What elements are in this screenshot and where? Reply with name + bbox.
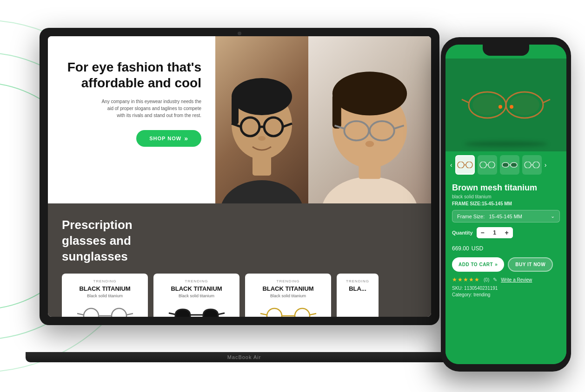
phone-price: 669.00 USD: [452, 243, 560, 253]
svg-line-26: [126, 314, 133, 315]
shop-now-button[interactable]: SHOP NOW »: [136, 130, 201, 147]
svg-point-36: [472, 95, 502, 115]
phone-frame-size-select[interactable]: Frame Size: 15-45-145 MM ⌄: [452, 210, 560, 222]
phone-sku: SKU: 1130540231191: [452, 286, 560, 291]
thumb-next-arrow[interactable]: ›: [545, 161, 547, 169]
product-image-3: [251, 303, 326, 317]
phone-thumbnails: ‹: [445, 151, 566, 178]
product-image-1: [67, 303, 142, 317]
svg-rect-15: [332, 93, 341, 128]
hero-image-man: [215, 36, 308, 203]
man-illustration: [215, 36, 308, 203]
svg-point-0: [220, 180, 304, 203]
phone-action-row: ADD TO CART » BUY IT NOW: [452, 257, 560, 272]
svg-line-33: [260, 314, 267, 315]
phone-product-image-area: [445, 59, 566, 151]
svg-point-21: [366, 141, 374, 147]
svg-point-51: [525, 162, 531, 168]
phone-quantity-row: Quantity − 1 +: [452, 227, 560, 238]
product-name-4: BLA...: [342, 285, 373, 292]
hero-image-woman: [308, 36, 431, 203]
svg-line-41: [543, 99, 550, 103]
phone-frame-size-label: FRAME SIZE:15-45-145 MM: [452, 201, 560, 206]
phone-product-subtitle: black solid titanium: [452, 194, 560, 199]
svg-point-31: [295, 308, 310, 317]
svg-point-3: [232, 78, 292, 115]
hero-subtitle: Any company in this eyewear industry nee…: [99, 98, 201, 119]
laptop-base: MacBook Air: [26, 352, 463, 362]
svg-point-22: [84, 308, 99, 317]
laptop-body: For eye fashion that's affordable and co…: [40, 28, 439, 325]
quantity-label: Quantity: [452, 230, 473, 235]
laptop-camera: [238, 32, 241, 35]
rating-count: (0): [484, 277, 489, 282]
phone-rating-row: ★★★★★ (0) ✎ Write a Review: [452, 276, 560, 283]
hero-section: For eye fashion that's affordable and co…: [48, 36, 431, 203]
section2: Prescription glasses and sunglasses TREN…: [48, 203, 431, 317]
thumbnail-3[interactable]: [500, 155, 519, 175]
svg-point-23: [112, 308, 126, 317]
pencil-icon: ✎: [493, 277, 497, 283]
phone-details: Brown mesh titanium black solid titanium…: [445, 178, 566, 364]
svg-line-34: [310, 314, 316, 315]
product-card-1[interactable]: TRENDING BLACK TITANIUM Black solid tita…: [62, 274, 148, 317]
thumbnail-1[interactable]: [455, 155, 475, 175]
products-row: TRENDING BLACK TITANIUM Black solid tita…: [62, 274, 417, 317]
phone-notch: [483, 45, 529, 56]
svg-point-42: [499, 105, 502, 109]
svg-point-48: [488, 162, 495, 168]
thumbnail-4[interactable]: [522, 155, 542, 175]
hero-title: For eye fashion that's affordable and co…: [62, 59, 201, 91]
double-arrow-icon: »: [495, 262, 498, 267]
rating-stars: ★★★★★: [452, 276, 480, 283]
product-card-2[interactable]: TRENDING BLACK TITANIUM Black solid tita…: [153, 274, 239, 317]
hero-text: For eye fashion that's affordable and co…: [48, 36, 215, 203]
svg-point-38: [510, 95, 539, 115]
product-image-2: [159, 303, 234, 317]
svg-rect-4: [232, 97, 239, 124]
section2-title: Prescription glasses and sunglasses: [62, 217, 178, 264]
svg-line-40: [462, 99, 469, 103]
phone-glasses-shadow: [464, 141, 548, 147]
phone-content: ‹: [445, 45, 566, 364]
svg-point-11: [321, 177, 418, 203]
svg-line-29: [218, 313, 225, 314]
quantity-value: 1: [489, 227, 501, 238]
svg-point-30: [267, 308, 282, 317]
frame-size-select-label: Frame Size: 15-45-145 MM: [457, 214, 522, 219]
woman-illustration: [308, 36, 431, 203]
laptop-screen: For eye fashion that's affordable and co…: [48, 36, 431, 317]
phone-category: Category: trending: [452, 292, 560, 297]
phone: ‹: [441, 37, 571, 372]
quantity-increase-button[interactable]: +: [501, 227, 513, 238]
thumb-prev-arrow[interactable]: ‹: [450, 161, 452, 169]
write-review-link[interactable]: Write a Review: [501, 277, 532, 282]
chevron-down-icon: ⌄: [551, 213, 555, 219]
laptop: For eye fashion that's affordable and co…: [40, 28, 449, 362]
svg-point-43: [510, 105, 513, 109]
glasses-svg-2: [166, 307, 227, 317]
phone-product-glasses-svg: [459, 86, 552, 124]
phone-screen: ‹: [445, 45, 566, 364]
svg-line-28: [169, 313, 175, 314]
svg-point-10: [258, 136, 266, 141]
phone-product-title: Brown mesh titanium: [452, 183, 560, 193]
glasses-svg-3: [258, 307, 319, 317]
svg-line-25: [77, 314, 84, 315]
buy-it-now-button[interactable]: BUY IT NOW: [508, 257, 553, 272]
quantity-decrease-button[interactable]: −: [477, 227, 489, 238]
svg-point-44: [458, 162, 464, 168]
svg-point-52: [533, 162, 539, 168]
thumbnail-2[interactable]: [478, 155, 497, 175]
scene: For eye fashion that's affordable and co…: [0, 0, 585, 392]
laptop-brand-label: MacBook Air: [227, 354, 261, 360]
svg-point-47: [480, 162, 486, 168]
product-card-3[interactable]: TRENDING BLACK TITANIUM Black solid tita…: [245, 274, 331, 317]
quantity-control: − 1 +: [477, 227, 513, 238]
glasses-svg-1: [75, 307, 135, 317]
svg-point-14: [332, 72, 407, 115]
svg-point-45: [466, 162, 472, 168]
arrows-icon: »: [184, 135, 188, 142]
product-card-4[interactable]: TRENDING BLA...: [337, 274, 379, 317]
add-to-cart-button[interactable]: ADD TO CART »: [452, 257, 504, 272]
